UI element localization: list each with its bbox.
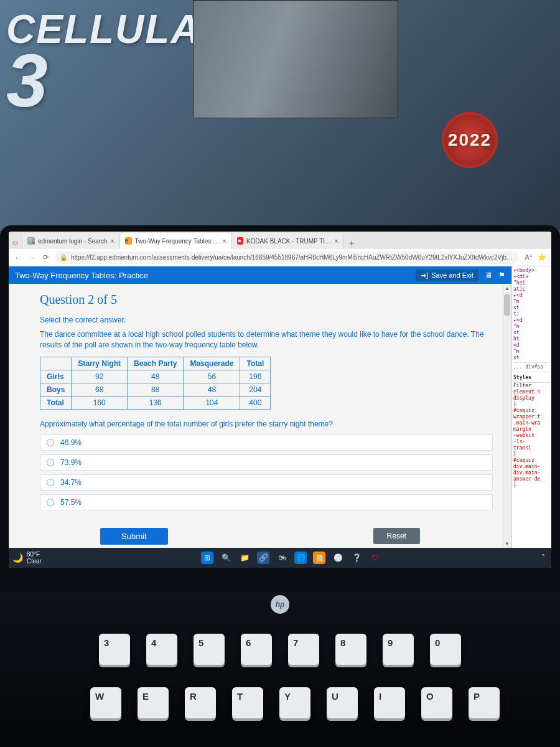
dom-node[interactable]: <d	[513, 342, 550, 349]
app-icon[interactable]: ▦	[313, 552, 325, 564]
read-aloud-icon[interactable]: A⁴	[524, 253, 533, 261]
scroll-up-icon[interactable]: ▲	[503, 284, 511, 293]
dom-node[interactable]: t:	[513, 311, 550, 317]
scrollbar[interactable]: ▲ ▼	[503, 284, 511, 548]
css-rule[interactable]: display	[513, 395, 550, 402]
explorer-icon[interactable]: 📁	[238, 552, 251, 564]
laptop-frame: ▭ 🔍 edmentum login - Search × e Two-Way …	[0, 225, 560, 747]
css-rule[interactable]: }	[513, 402, 550, 408]
css-rule[interactable]: #cequiz	[513, 408, 550, 414]
system-tray-chevron[interactable]: ˄	[541, 553, 548, 562]
question-prompt: Approximately what percentage of the tot…	[40, 420, 493, 428]
exit-icon: ➜]	[421, 271, 428, 280]
link-icon[interactable]: 🔗	[257, 552, 269, 564]
taskbar-icons: ⊞ 🔍 📁 🔗 🛍 🌐 ▦ ⚪ ❔ 🛡	[42, 552, 541, 564]
radio-icon	[47, 439, 54, 446]
submit-button[interactable]: Submit	[100, 528, 167, 545]
close-icon[interactable]: ×	[111, 238, 114, 245]
scroll-thumb[interactable]	[504, 294, 510, 316]
css-rule[interactable]: -ls-	[513, 439, 550, 445]
hp-logo: hp	[271, 595, 289, 614]
edmentum-icon: e	[125, 237, 132, 245]
dom-node[interactable]: st	[513, 330, 550, 336]
back-icon[interactable]: ←	[14, 254, 22, 261]
keyboard-key: T	[232, 687, 263, 718]
css-rule[interactable]: #cequiz	[513, 458, 550, 464]
answer-options: 46.9% 73.9% 34.7%	[40, 435, 493, 510]
computer-icon[interactable]: 🖥	[485, 271, 492, 280]
dom-node[interactable]: st	[513, 355, 550, 361]
dom-node[interactable]: ▸<d	[513, 317, 550, 324]
keyboard-key: O	[421, 687, 452, 718]
picture-in-picture	[193, 0, 398, 118]
search-icon[interactable]: 🔍	[220, 552, 232, 564]
browser-address-bar: ← → ⟳ 🔒 https://f2.app.edmentum.com/asse…	[9, 249, 551, 266]
css-rule[interactable]: .main-wra	[513, 420, 550, 426]
dom-node[interactable]: ▾<div	[513, 274, 550, 280]
store-icon[interactable]: 🛍	[276, 552, 288, 564]
tab-youtube[interactable]: ▶ KODAK BLACK - TRUMP TIES (FU ×	[232, 233, 344, 249]
windows-taskbar: 🌙 80°F Clear ⊞ 🔍 📁 🔗 🛍 🌐 ▦ ⚪ ❔ 🛡 ˄	[9, 548, 551, 568]
answer-option[interactable]: 34.7%	[40, 474, 493, 491]
weather-widget[interactable]: 🌙 80°F Clear	[12, 551, 42, 565]
forward-icon[interactable]: →	[27, 254, 36, 261]
question-title: Question 2 of 5	[40, 293, 493, 307]
css-rule[interactable]: wrapper.t	[513, 414, 550, 420]
table-row: Boys 68 88 48 204	[40, 383, 271, 396]
tab-search[interactable]: 🔍 edmentum login - Search ×	[22, 233, 120, 249]
dom-node[interactable]: "m	[513, 324, 550, 330]
scroll-down-icon[interactable]: ▼	[503, 539, 511, 548]
search-icon: 🔍	[27, 237, 35, 245]
css-rule[interactable]: }	[513, 451, 550, 458]
norton-icon[interactable]: ⚪	[332, 552, 344, 564]
css-rule[interactable]: div.main-	[513, 464, 550, 470]
url-field[interactable]: 🔒 https://f2.app.edmentum.com/assessment…	[55, 251, 519, 264]
new-tab-button[interactable]: ＋	[344, 238, 359, 249]
keyboard-key: W	[90, 687, 121, 718]
dom-node[interactable]: ▾<body>	[513, 268, 550, 274]
page-content: Two-Way Frequency Tables: Practice ➜] Sa…	[9, 266, 511, 548]
keyboard-key: Y	[279, 687, 310, 718]
devtools-crumb: ... div#sa	[513, 364, 550, 370]
youtube-icon: ▶	[237, 237, 243, 245]
answer-option[interactable]: 73.9%	[40, 454, 493, 471]
flag-icon[interactable]: ⚑	[498, 271, 505, 280]
laptop-deck: hp 34567890 WERTYUIOP	[0, 591, 560, 747]
reset-button[interactable]: Reset	[373, 528, 420, 544]
keyboard-key: R	[185, 687, 216, 718]
devtools-panel[interactable]: ▾<body> ▾<div "hei atic ▸<d "m st t: ▸<d…	[511, 266, 551, 548]
edge-icon[interactable]: 🌐	[294, 552, 307, 564]
css-rule[interactable]: element.s	[513, 389, 550, 395]
tab-actions-icon[interactable]: ▭	[9, 235, 22, 249]
help-icon[interactable]: ❔	[350, 552, 363, 564]
css-rule[interactable]: }	[513, 482, 550, 489]
close-icon[interactable]: ×	[223, 238, 226, 245]
dom-node[interactable]: "m	[513, 349, 550, 355]
close-icon[interactable]: ×	[335, 238, 338, 245]
css-rule[interactable]: answer-de	[513, 476, 550, 482]
dom-node[interactable]: ht	[513, 336, 550, 342]
css-rule[interactable]: margin	[513, 426, 550, 433]
css-rule[interactable]: div.main-	[513, 470, 550, 476]
save-exit-button[interactable]: ➜] Save and Exit	[416, 270, 478, 281]
dom-node[interactable]: "hei	[513, 280, 550, 286]
keyboard-key: 4	[146, 634, 177, 665]
dom-node[interactable]: ▸<d	[513, 293, 550, 299]
keyboard-key: 5	[194, 634, 225, 665]
refresh-icon[interactable]: ⟳	[41, 253, 50, 261]
answer-option[interactable]: 46.9%	[40, 435, 493, 451]
radio-icon	[47, 459, 54, 466]
question-stem: The dance committee at a local high scho…	[40, 329, 493, 350]
dom-node[interactable]: atic	[513, 286, 550, 293]
favorite-icon[interactable]: ⭐	[538, 253, 546, 261]
css-rule[interactable]: -webkit	[513, 433, 550, 439]
dom-node[interactable]: st	[513, 305, 550, 311]
shield-icon[interactable]: 🛡	[369, 552, 381, 564]
css-rule[interactable]: transi	[513, 445, 550, 451]
table-row: Total 160 136 104 400	[40, 396, 271, 409]
start-icon[interactable]: ⊞	[201, 552, 213, 564]
tab-edmentum[interactable]: e Two-Way Frequency Tables: Prac ×	[120, 233, 232, 249]
dom-node[interactable]: "m	[513, 299, 550, 305]
answer-option[interactable]: 57.5%	[40, 494, 493, 510]
styles-filter[interactable]: Filter	[513, 383, 550, 389]
